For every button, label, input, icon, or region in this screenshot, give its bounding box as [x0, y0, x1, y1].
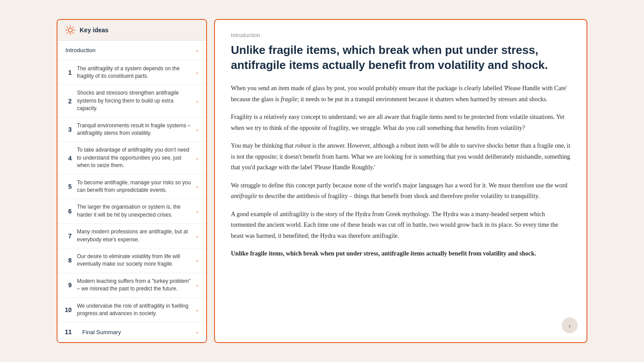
nav-item-4[interactable]: 4 To take advantage of antifragility you…: [58, 142, 206, 174]
nav-text-9: Modern teaching suffers from a "turkey p…: [77, 278, 191, 293]
content-summary: Unlike fragile items, which break when p…: [231, 248, 571, 259]
nav-chevron-icon-10: ›: [196, 306, 198, 313]
nav-chevron-icon-7: ›: [196, 232, 198, 240]
paragraph-5: A good example of antifragility is the s…: [231, 209, 571, 242]
nav-number-7: 7: [62, 232, 72, 240]
content-heading: Unlike fragile items, which break when p…: [231, 43, 571, 73]
nav-number-6: 6: [62, 208, 72, 215]
final-summary-row[interactable]: 11 Final Summary ›: [58, 322, 206, 342]
nav-item-1[interactable]: 1 The antifragility of a system depends …: [58, 61, 206, 85]
svg-line-8: [73, 27, 73, 27]
nav-item-9[interactable]: 9 Modern teaching suffers from a "turkey…: [58, 273, 206, 298]
nav-text-5: To become antifragile, manage your risks…: [77, 179, 191, 194]
intro-chevron-icon: ›: [196, 47, 198, 54]
final-number: 11: [62, 328, 72, 335]
nav-text-4: To take advantage of antifragility you d…: [77, 146, 191, 169]
nav-text-10: We undervalue the role of antifragility …: [77, 302, 191, 318]
svg-line-7: [67, 33, 68, 33]
nav-number-8: 8: [62, 257, 72, 264]
paragraph-1: When you send an item made of glass by p…: [231, 83, 571, 105]
panel-header: Key ideas: [58, 20, 206, 41]
nav-text-6: The larger the organisation or system is…: [77, 203, 191, 219]
content-section-label: Introduction: [231, 32, 571, 38]
introduction-row[interactable]: Introduction ›: [58, 41, 206, 61]
intro-label: Introduction: [65, 47, 96, 53]
nav-text-8: Our desire to eliminate volatility from …: [77, 253, 191, 268]
nav-text-2: Shocks and stressors strengthen antifrag…: [77, 89, 191, 112]
bulb-icon: [65, 25, 75, 35]
nav-item-6[interactable]: 6 The larger the organisation or system …: [58, 199, 206, 224]
nav-number-1: 1: [62, 69, 72, 76]
svg-point-0: [68, 28, 72, 32]
nav-chevron-icon-6: ›: [196, 208, 198, 215]
next-button[interactable]: ›: [562, 317, 578, 333]
left-panel: Key ideas Introduction › 1 The antifragi…: [57, 19, 207, 343]
nav-number-4: 4: [62, 155, 72, 162]
paragraph-2: Fragility is a relatively easy concept t…: [231, 112, 571, 133]
nav-item-3[interactable]: 3 Tranquil environments result in fragil…: [58, 118, 206, 142]
nav-chevron-icon-2: ›: [196, 98, 198, 105]
nav-chevron-icon-5: ›: [196, 183, 198, 190]
nav-chevron-icon-8: ›: [196, 257, 198, 264]
right-panel: Introduction Unlike fragile items, which…: [214, 19, 587, 343]
nav-text-3: Tranquil environments result in fragile …: [77, 122, 191, 137]
next-chevron-icon: ›: [569, 322, 571, 329]
nav-number-5: 5: [62, 183, 72, 190]
nav-items-list: 1 The antifragility of a system depends …: [58, 61, 206, 323]
nav-chevron-icon-3: ›: [196, 126, 198, 133]
nav-number-3: 3: [62, 126, 72, 133]
nav-item-2[interactable]: 2 Shocks and stressors strengthen antifr…: [58, 85, 206, 117]
nav-chevron-icon-1: ›: [196, 69, 198, 76]
final-chevron-icon: ›: [196, 328, 198, 335]
final-label: Final Summary: [82, 329, 191, 335]
svg-line-3: [67, 27, 68, 27]
nav-item-8[interactable]: 8 Our desire to eliminate volatility fro…: [58, 248, 206, 273]
svg-line-4: [73, 33, 73, 33]
paragraph-4: We struggle to define this concept partl…: [231, 180, 571, 202]
nav-number-2: 2: [62, 98, 72, 105]
nav-text-1: The antifragility of a system depends on…: [77, 65, 191, 80]
nav-text-7: Many modern professions are antifragile,…: [77, 228, 191, 244]
content-body: When you send an item made of glass by p…: [231, 83, 571, 259]
nav-item-7[interactable]: 7 Many modern professions are antifragil…: [58, 224, 206, 248]
nav-item-10[interactable]: 10 We undervalue the role of antifragili…: [58, 298, 206, 323]
paragraph-3: You may be thinking that robust is the a…: [231, 141, 571, 173]
nav-chevron-icon-9: ›: [196, 282, 198, 289]
app-container: Key ideas Introduction › 1 The antifragi…: [57, 19, 587, 343]
panel-header-title: Key ideas: [80, 27, 108, 34]
nav-number-10: 10: [62, 306, 72, 313]
nav-number-9: 9: [62, 282, 72, 289]
nav-chevron-icon-4: ›: [196, 155, 198, 162]
nav-item-5[interactable]: 5 To become antifragile, manage your ris…: [58, 175, 206, 199]
